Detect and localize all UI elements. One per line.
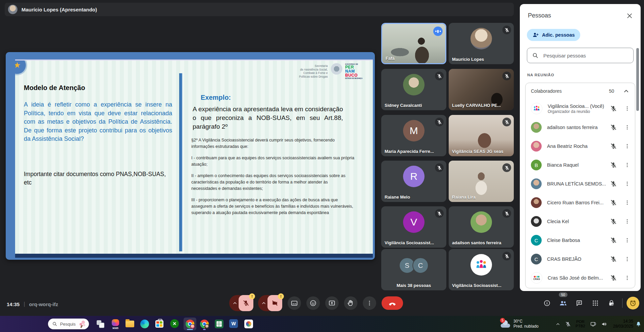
close-panel-button[interactable] <box>625 11 634 20</box>
participant-row[interactable]: Clecia Kel <box>526 212 635 231</box>
clause-paragraph: I - contribuam para que as equipes dos s… <box>191 155 354 168</box>
video-tile-vigilancia-v[interactable]: V Vigilância Socioassist... <box>381 206 446 248</box>
add-people-button[interactable]: Adic. pessoas <box>527 29 580 41</box>
video-tile-sidney[interactable]: Sidney Cavalcanti <box>381 69 446 110</box>
video-tile-raiana[interactable]: Raiana Lira <box>449 161 514 202</box>
mic-muted-icon <box>610 275 617 281</box>
captions-button[interactable] <box>288 296 301 310</box>
video-tile-adailson[interactable]: adailson santos ferreira <box>449 206 514 248</box>
activities-button[interactable] <box>589 296 602 310</box>
search-people-input[interactable] <box>543 52 629 59</box>
volume-icon[interactable] <box>601 321 607 327</box>
participant-menu-button[interactable] <box>624 275 630 281</box>
word-app-icon[interactable]: W <box>229 319 238 328</box>
search-people-field[interactable] <box>527 48 634 63</box>
participant-row[interactable]: C Cleise Barbosa <box>526 231 635 250</box>
alarm-clock-icon <box>629 299 637 307</box>
panel-scrollbar[interactable] <box>636 48 639 111</box>
tray-expand-chevron[interactable] <box>555 322 560 327</box>
avatar: M <box>403 120 425 141</box>
slide-bottom-band <box>15 254 373 258</box>
participant-menu-button[interactable] <box>624 200 630 206</box>
video-tile-mauricio[interactable]: Maurício Lopes <box>449 23 514 64</box>
participant-row[interactable]: CRAS Cras São José do Belm... <box>526 268 635 287</box>
spreadsheet-app-icon[interactable] <box>214 319 224 329</box>
avatar: B <box>531 160 542 170</box>
collaborators-group-header[interactable]: Colaboradores 50 <box>526 83 635 99</box>
participant-row[interactable]: Ana Beatriz Rocha <box>526 137 635 156</box>
participant-row[interactable]: Cicero Ruan Barros Frei... <box>526 193 635 212</box>
taskbar-search[interactable]: Pesquisar <box>48 319 89 329</box>
slide-content: ★ Modelo de Atenção A ideia é refletir c… <box>15 59 373 254</box>
host-controls-button[interactable] <box>605 296 618 310</box>
avatar: CRAS <box>531 272 542 284</box>
participant-menu-button[interactable] <box>624 237 630 243</box>
participant-row[interactable]: C CRAS BREJÃO <box>526 250 635 268</box>
camera-off-button[interactable]: ! <box>267 295 282 311</box>
chevron-up-icon[interactable] <box>623 88 630 94</box>
mic-muted-icon <box>502 163 511 172</box>
participant-row[interactable]: Vigilância Socioa... (Você) Organizador … <box>526 99 635 118</box>
slide-divider <box>179 73 182 251</box>
chat-button[interactable] <box>573 296 586 310</box>
call-controls: ! ! <box>229 295 403 311</box>
notification-count-badge: 5 <box>500 318 505 323</box>
star-decoration-icon: ★ <box>15 59 26 74</box>
more-options-button[interactable] <box>363 296 376 310</box>
participant-row[interactable]: adailson santos ferreira <box>526 118 635 137</box>
present-screen-button[interactable] <box>325 296 339 310</box>
running-indicator <box>203 329 206 330</box>
raise-hand-button[interactable] <box>344 296 357 310</box>
presenter-banner: Maurício Lopes (Apresentando) <box>5 3 514 16</box>
meeting-details-button[interactable] <box>540 296 554 310</box>
participant-menu-button[interactable] <box>624 181 630 187</box>
display-cast-icon[interactable] <box>590 321 596 327</box>
chrome-browser-icon[interactable] <box>198 318 211 330</box>
avatar <box>470 28 492 49</box>
participant-menu-button[interactable] <box>624 256 630 262</box>
participant-menu-button[interactable] <box>624 218 630 224</box>
tile-name: Vigilância Socioassist... <box>452 283 501 288</box>
participant-menu-button[interactable] <box>624 143 630 149</box>
in-meeting-label: NA REUNIÃO <box>527 73 554 77</box>
participant-menu-button[interactable] <box>624 124 630 130</box>
photos-app-icon[interactable] <box>244 319 253 329</box>
video-tile-luelly[interactable]: Luelly CARVALHO PE... <box>449 69 514 110</box>
avatar: C <box>531 254 542 264</box>
screen: Maurício Lopes (Apresentando) ★ Modelo d… <box>0 0 644 332</box>
overflow-avatars: S C <box>399 257 429 274</box>
participant-menu-button[interactable] <box>624 106 630 112</box>
end-call-button[interactable] <box>382 296 403 310</box>
meeting-time: 14:35 <box>7 301 19 307</box>
video-tile-vigilancia-logo[interactable]: Vigilância Socioassist... <box>449 249 514 290</box>
video-tile-fafa[interactable]: Fafá <box>381 23 446 64</box>
mic-control-group: ! <box>229 295 253 311</box>
start-button[interactable] <box>18 319 28 329</box>
file-explorer-icon[interactable] <box>125 319 135 329</box>
task-view-button[interactable] <box>96 319 105 329</box>
people-button[interactable]: 50 <box>556 296 570 310</box>
overflow-tile[interactable]: S C Mais 38 pessoas <box>381 249 446 290</box>
search-highlight-image <box>78 320 87 328</box>
panel-title: Pessoas <box>528 12 551 19</box>
notifications-bell-icon[interactable] <box>635 321 642 327</box>
edge-browser-icon[interactable] <box>140 319 149 329</box>
participant-row[interactable]: B Bianca Raquel <box>526 156 635 174</box>
weather-widget[interactable]: 5 30°CPred. nublado <box>500 316 539 332</box>
clock-date[interactable]: 14:3528/03/2025 <box>613 319 633 329</box>
timer-extension-button[interactable] <box>627 297 639 309</box>
participant-menu-button[interactable] <box>624 162 630 168</box>
chrome-browser-icon-active[interactable] <box>184 318 196 330</box>
tray-mic-muted-icon[interactable] <box>565 321 571 327</box>
mic-muted-button[interactable]: ! <box>239 295 253 311</box>
reactions-button[interactable] <box>306 296 320 310</box>
xbox-app-icon[interactable]: ✕ <box>170 319 179 328</box>
m365-app-icon[interactable]: M365 <box>111 319 120 329</box>
language-indicator[interactable]: PORPTB2 <box>576 320 585 328</box>
video-tile-vigilancia-seas[interactable]: Vigilância SEAS JG seas <box>449 115 514 156</box>
video-tile-maria[interactable]: M Maria Aparecida Ferre... <box>381 115 446 156</box>
participant-row[interactable]: BRUNA LETÍCIA SEMDS... <box>526 174 635 193</box>
more-vert-icon <box>366 300 373 306</box>
video-tile-raiane[interactable]: R Raiane Melo <box>381 161 446 202</box>
microsoft-store-icon[interactable] <box>155 319 164 329</box>
